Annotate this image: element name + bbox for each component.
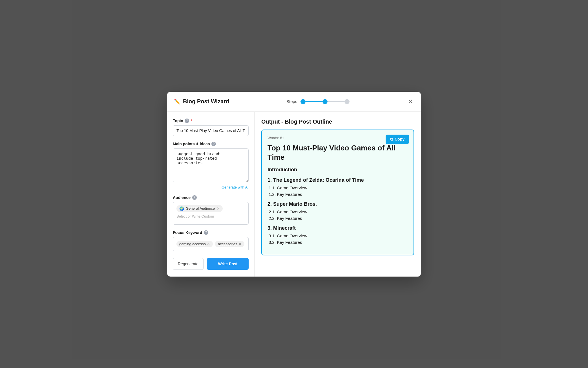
focus-keyword-field: Focus Keyword ? gaming accesso ✕ accesso… bbox=[173, 230, 249, 251]
main-points-help-icon[interactable]: ? bbox=[211, 142, 216, 146]
keyword-tag-accessories: accessories ✕ bbox=[215, 241, 244, 247]
focus-keyword-help-icon[interactable]: ? bbox=[204, 230, 208, 235]
section-2-item-2: 2.2. Key Features bbox=[268, 216, 408, 221]
blog-post-wizard-modal: ✏️ Blog Post Wizard Steps ✕ bbox=[167, 92, 421, 277]
step-line-2 bbox=[328, 101, 344, 102]
generate-ai-area: Generate with AI bbox=[173, 185, 249, 190]
modal-header: ✏️ Blog Post Wizard Steps ✕ bbox=[167, 92, 421, 112]
audience-emoji: 🌍 bbox=[179, 206, 184, 211]
audience-tag-label: General Audience bbox=[186, 206, 215, 211]
main-points-label: Main points & ideas ? bbox=[173, 142, 249, 146]
step-dot-1[interactable] bbox=[300, 99, 306, 104]
outline-section-3: 3. Minecraft 3.1. Game Overview 3.2. Key… bbox=[268, 225, 408, 245]
steps-area: Steps bbox=[286, 99, 350, 104]
outline-section-1: 1. The Legend of Zelda: Ocarina of Time … bbox=[268, 177, 408, 197]
section-2-heading: 2. Super Mario Bros. bbox=[268, 201, 408, 207]
audience-box[interactable]: 🌍 General Audience ✕ Select or Write Cus… bbox=[173, 202, 249, 225]
modal-body: Topic ? * Main points & ideas ? suggest … bbox=[167, 112, 421, 277]
intro-heading: Introduction bbox=[268, 167, 408, 173]
keyword-gaming-remove[interactable]: ✕ bbox=[207, 242, 210, 246]
focus-keyword-label: Focus Keyword ? bbox=[173, 230, 249, 235]
title-area: ✏️ Blog Post Wizard bbox=[174, 98, 229, 105]
section-3-item-1: 3.1. Game Overview bbox=[268, 233, 408, 238]
section-3-item-2: 3.2. Key Features bbox=[268, 240, 408, 245]
section-1-item-1: 1.1. Game Overview bbox=[268, 185, 408, 190]
copy-icon: ⧉ bbox=[390, 137, 393, 142]
section-1-item-2: 1.2. Key Features bbox=[268, 192, 408, 197]
audience-field: Audience ? 🌍 General Audience ✕ Select o… bbox=[173, 195, 249, 225]
section-1-heading: 1. The Legend of Zelda: Ocarina of Time bbox=[268, 177, 408, 183]
action-row: Regenerate Write Post bbox=[173, 258, 249, 270]
main-points-field: Main points & ideas ? suggest good brand… bbox=[173, 142, 249, 190]
keyword-accessories-remove[interactable]: ✕ bbox=[238, 242, 242, 246]
pencil-icon: ✏️ bbox=[174, 98, 180, 105]
outline-section-2: 2. Super Mario Bros. 2.1. Game Overview … bbox=[268, 201, 408, 221]
step-dot-3[interactable] bbox=[344, 99, 350, 104]
regenerate-button[interactable]: Regenerate bbox=[173, 258, 204, 270]
outline-main-title: Top 10 Must-Play Video Games of All Time bbox=[268, 143, 408, 163]
keyword-gaming-text: gaming accesso bbox=[179, 242, 206, 246]
audience-help-icon[interactable]: ? bbox=[192, 195, 197, 200]
topic-required: * bbox=[191, 119, 192, 123]
generate-ai-link[interactable]: Generate with AI bbox=[222, 185, 249, 189]
keyword-tag-gaming: gaming accesso ✕ bbox=[176, 241, 213, 247]
audience-label: Audience ? bbox=[173, 195, 249, 200]
steps-track bbox=[300, 99, 350, 104]
output-card: Words: 81 ⧉ Copy Top 10 Must-Play Video … bbox=[261, 130, 414, 256]
step-line-1 bbox=[306, 101, 322, 102]
output-title: Output - Blog Post Outline bbox=[261, 119, 414, 125]
write-post-button[interactable]: Write Post bbox=[207, 258, 249, 270]
copy-button[interactable]: ⧉ Copy bbox=[386, 135, 409, 144]
copy-label: Copy bbox=[395, 137, 404, 141]
section-2-item-1: 2.1. Game Overview bbox=[268, 209, 408, 214]
keyword-accessories-text: accessories bbox=[218, 242, 237, 246]
audience-placeholder: Select or Write Custom bbox=[176, 214, 245, 218]
steps-label: Steps bbox=[286, 99, 297, 104]
topic-label: Topic ? * bbox=[173, 119, 249, 123]
audience-tag-remove[interactable]: ✕ bbox=[216, 207, 220, 211]
topic-field: Topic ? * bbox=[173, 119, 249, 136]
right-panel: Output - Blog Post Outline Words: 81 ⧉ C… bbox=[255, 112, 421, 277]
audience-tag: 🌍 General Audience ✕ bbox=[176, 205, 223, 212]
main-points-textarea[interactable]: suggest good brands include top-rated ac… bbox=[173, 148, 249, 182]
section-3-heading: 3. Minecraft bbox=[268, 225, 408, 231]
close-button[interactable]: ✕ bbox=[407, 97, 414, 106]
topic-input[interactable] bbox=[173, 125, 249, 136]
modal-title: Blog Post Wizard bbox=[183, 98, 229, 105]
outline-intro: Introduction bbox=[268, 167, 408, 173]
modal-backdrop: ✏️ Blog Post Wizard Steps ✕ bbox=[0, 0, 588, 368]
topic-help-icon[interactable]: ? bbox=[185, 119, 189, 123]
left-panel: Topic ? * Main points & ideas ? suggest … bbox=[167, 112, 255, 277]
step-dot-2[interactable] bbox=[322, 99, 328, 104]
keyword-box[interactable]: gaming accesso ✕ accessories ✕ bbox=[173, 237, 249, 251]
